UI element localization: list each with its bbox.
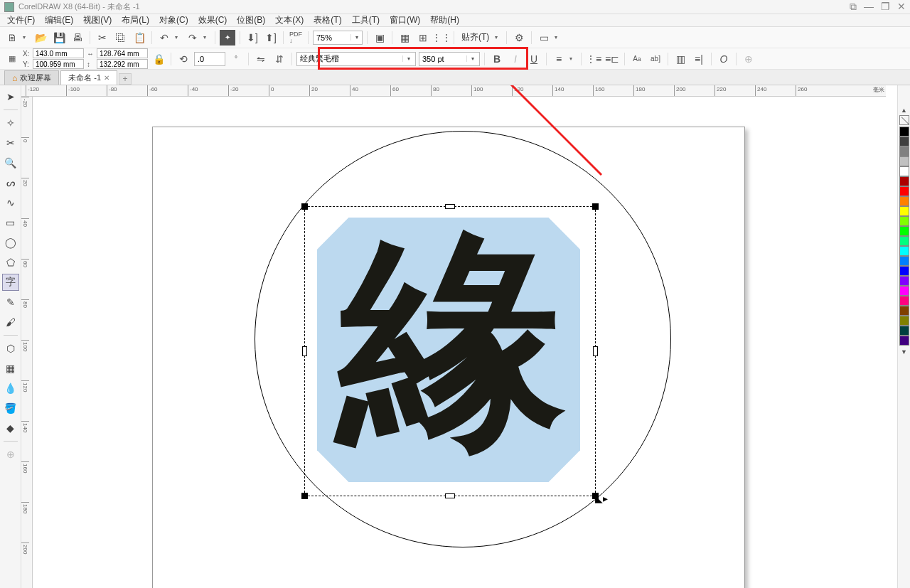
close-icon[interactable]: ✕ bbox=[897, 1, 906, 13]
snap-grid-icon[interactable]: ⋮⋮ bbox=[434, 30, 449, 46]
no-color-swatch[interactable] bbox=[899, 115, 909, 125]
rectangle-tool-icon[interactable]: ▭ bbox=[2, 214, 19, 231]
freehand-tool-icon[interactable]: ᔕ bbox=[2, 174, 19, 191]
width-input[interactable] bbox=[97, 48, 148, 58]
import-icon[interactable]: ⬇] bbox=[245, 30, 260, 46]
fill-tool-icon[interactable]: 🪣 bbox=[2, 400, 19, 417]
fontsize-input[interactable] bbox=[419, 53, 466, 65]
search-icon[interactable]: ✦ bbox=[220, 30, 235, 46]
pdf-icon[interactable]: PDF↓ bbox=[288, 30, 304, 46]
pick-tool-icon[interactable]: ➤ bbox=[2, 88, 19, 105]
new-dropdown[interactable]: ▾ bbox=[23, 34, 30, 41]
color-swatch[interactable] bbox=[899, 166, 909, 176]
color-swatch[interactable] bbox=[899, 146, 909, 156]
color-swatch[interactable] bbox=[899, 276, 909, 286]
color-swatch[interactable] bbox=[899, 196, 909, 206]
brush-tool-icon[interactable]: 🖌 bbox=[2, 314, 19, 331]
palette-down-icon[interactable]: ▼ bbox=[901, 348, 907, 356]
menu-effects[interactable]: 效果(C) bbox=[194, 14, 232, 27]
new-tab-button[interactable]: + bbox=[119, 73, 132, 85]
menu-view[interactable]: 视图(V) bbox=[79, 14, 116, 27]
menu-bitmap[interactable]: 位图(B) bbox=[232, 14, 269, 27]
fontsize-combo[interactable]: ▾ bbox=[419, 52, 480, 66]
bezier-tool-icon[interactable]: ∿ bbox=[2, 194, 19, 211]
grid-icon[interactable]: ▦ bbox=[397, 30, 412, 46]
color-swatch[interactable] bbox=[899, 316, 909, 326]
options-icon[interactable]: ⚙ bbox=[511, 30, 527, 46]
zoom-tool-icon[interactable]: 🔍 bbox=[2, 154, 19, 171]
align-icon[interactable]: ≡ bbox=[551, 51, 567, 67]
menu-tools[interactable]: 工具(T) bbox=[348, 14, 384, 27]
zoom-input[interactable] bbox=[314, 31, 350, 44]
color-swatch[interactable] bbox=[899, 336, 909, 346]
handle-sw[interactable] bbox=[301, 493, 308, 499]
save-icon[interactable]: 💾 bbox=[51, 30, 67, 46]
font-dropdown-icon[interactable]: ▾ bbox=[402, 55, 414, 62]
palette-up-icon[interactable]: ▲ bbox=[901, 107, 907, 114]
launcher-dropdown[interactable]: ▾ bbox=[555, 34, 562, 41]
color-swatch[interactable] bbox=[899, 286, 909, 296]
font-input[interactable] bbox=[297, 53, 402, 65]
color-swatch[interactable] bbox=[899, 256, 909, 266]
color-swatch[interactable] bbox=[899, 306, 909, 316]
undo-dropdown[interactable]: ▾ bbox=[175, 34, 182, 41]
height-input[interactable] bbox=[97, 59, 148, 69]
mirror-v-icon[interactable]: ⇵ bbox=[272, 51, 287, 67]
mirror-h-icon[interactable]: ⇋ bbox=[253, 51, 269, 67]
color-swatch[interactable] bbox=[899, 326, 909, 336]
handle-w[interactable] bbox=[302, 346, 307, 356]
rotation-combo[interactable] bbox=[194, 52, 225, 66]
tab-welcome[interactable]: ⌂ 欢迎屏幕 bbox=[4, 70, 59, 85]
outline-icon[interactable]: O bbox=[716, 51, 732, 67]
bold-icon[interactable]: B bbox=[489, 51, 505, 67]
launcher-icon[interactable]: ▭ bbox=[536, 30, 552, 46]
redo-dropdown[interactable]: ▾ bbox=[203, 34, 210, 41]
polygon-tool-icon[interactable]: ⬠ bbox=[2, 254, 19, 271]
pen-tool-icon[interactable]: ✎ bbox=[2, 294, 19, 311]
handle-nw[interactable] bbox=[301, 203, 308, 210]
handle-n[interactable] bbox=[445, 204, 455, 209]
restore-icon[interactable]: ⧉ bbox=[850, 1, 857, 13]
canvas[interactable]: 緣 ◣▸ bbox=[33, 97, 886, 588]
lock-ratio-icon[interactable]: 🔒 bbox=[151, 51, 166, 67]
underline-icon[interactable]: U bbox=[526, 51, 542, 67]
dropcap-icon[interactable]: ≡⊏ bbox=[604, 51, 620, 67]
fontsize-dropdown-icon[interactable]: ▾ bbox=[466, 55, 478, 62]
menu-window[interactable]: 窗口(W) bbox=[385, 14, 424, 27]
color-swatch[interactable] bbox=[899, 246, 909, 256]
color-swatch[interactable] bbox=[899, 156, 909, 166]
menu-layout[interactable]: 布局(L) bbox=[117, 14, 154, 27]
color-swatch[interactable] bbox=[899, 236, 909, 246]
color-swatch[interactable] bbox=[899, 216, 909, 226]
zoom-dropdown-icon[interactable]: ▾ bbox=[350, 34, 362, 41]
color-swatch[interactable] bbox=[899, 206, 909, 216]
columns-icon[interactable]: ▥ bbox=[673, 51, 688, 67]
zoom-combo[interactable]: ▾ bbox=[313, 31, 363, 45]
tab-document[interactable]: 未命名 -1 ✕ bbox=[60, 70, 117, 85]
menu-file[interactable]: 文件(F) bbox=[3, 14, 39, 27]
rotation-input[interactable] bbox=[195, 53, 225, 65]
text-tool-icon[interactable]: 字 bbox=[2, 274, 19, 291]
new-icon[interactable]: 🗎 bbox=[4, 30, 20, 46]
open-icon[interactable]: 📂 bbox=[33, 30, 48, 46]
export-icon[interactable]: ⬆] bbox=[263, 30, 279, 46]
x-input[interactable] bbox=[33, 48, 84, 58]
color-swatch[interactable] bbox=[899, 127, 909, 137]
handle-e[interactable] bbox=[593, 346, 598, 356]
menu-object[interactable]: 对象(C) bbox=[155, 14, 193, 27]
fullscreen-icon[interactable]: ▣ bbox=[372, 30, 387, 46]
copy-icon[interactable]: ⿻ bbox=[113, 30, 129, 46]
char-format-icon[interactable]: Aa bbox=[629, 51, 645, 67]
paste-icon[interactable]: 📋 bbox=[132, 30, 147, 46]
snap-dropdown[interactable]: ▾ bbox=[495, 34, 502, 41]
menu-edit[interactable]: 编辑(E) bbox=[41, 14, 77, 27]
guides-icon[interactable]: ⊞ bbox=[415, 30, 431, 46]
y-input[interactable] bbox=[33, 59, 84, 69]
color-swatch[interactable] bbox=[899, 266, 909, 276]
vertical-ruler[interactable]: -20020406080100120140160180200 bbox=[21, 97, 33, 588]
ellipse-tool-icon[interactable]: ◯ bbox=[2, 234, 19, 251]
add-icon[interactable]: ⊕ bbox=[741, 51, 756, 67]
color-swatch[interactable] bbox=[899, 137, 909, 146]
color-swatch[interactable] bbox=[899, 176, 909, 186]
text-frame-icon[interactable]: ab] bbox=[648, 51, 663, 67]
